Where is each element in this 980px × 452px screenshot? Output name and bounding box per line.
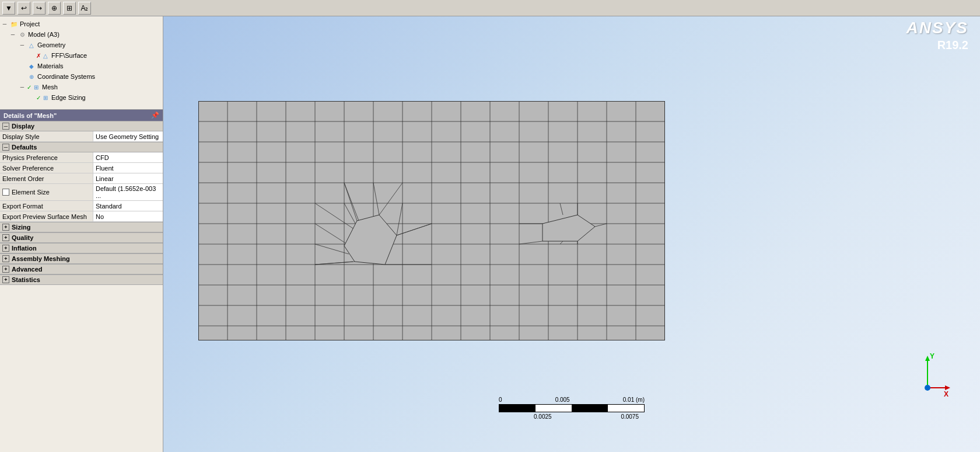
tree-item-mesh[interactable]: ─ ✓ ⊞ Mesh [0, 82, 163, 92]
ansys-version: R19.2 [937, 39, 968, 52]
scale-sub-labels: 0.0025 0.0075 [499, 413, 645, 420]
section-toggle-inflation[interactable]: + [2, 245, 9, 252]
toolbar-btn-5[interactable]: ⊞ [63, 2, 76, 15]
tree-label-geometry: Geometry [37, 41, 65, 48]
main-layout: ─ 📁 Project ─ ⚙ Model (A3) ─ △ Geometry … [0, 16, 980, 452]
detail-value-physics[interactable]: CFD [93, 152, 163, 162]
coord-icon: ⊕ [27, 72, 36, 81]
detail-label-solver: Solver Preference [0, 163, 93, 173]
section-sizing[interactable]: + Sizing [0, 222, 163, 232]
tree-toggle-mesh[interactable]: ─ [19, 84, 26, 91]
section-toggle-defaults[interactable]: ─ [2, 144, 9, 151]
tree-toggle-fff [28, 52, 35, 59]
section-toggle-display[interactable]: ─ [2, 123, 9, 130]
detail-value-element-size[interactable]: Default (1.5652e-003 ... [93, 184, 163, 200]
fff-x-icon: ✗ [36, 53, 41, 59]
section-toggle-sizing[interactable]: + [2, 224, 9, 231]
detail-value-element-order[interactable]: Linear [93, 173, 163, 183]
tree-item-edge-sizing[interactable]: ✓ ⊞ Edge Sizing [0, 92, 163, 103]
section-label-inflation: Inflation [12, 245, 37, 252]
scale-bar: 0 0.005 0.01 (m) 0.0025 0.0075 [499, 397, 645, 420]
materials-icon: ◆ [27, 61, 36, 71]
section-label-quality: Quality [12, 234, 33, 241]
element-size-checkbox[interactable] [2, 189, 9, 196]
tree-item-fffsurface[interactable]: ✗ △ FFF\Surface [0, 50, 163, 61]
toolbar-btn-1[interactable]: ▼ [2, 2, 15, 15]
toolbar-btn-4[interactable]: ⊕ [48, 2, 61, 15]
svg-point-56 [925, 385, 930, 391]
section-label-assembly: Assembly Meshing [12, 255, 70, 262]
detail-label-element-size: Element Size [0, 184, 93, 200]
detail-row-element-size: Element Size Default (1.5652e-003 ... [0, 184, 163, 201]
tree-label-fffsurface: FFF\Surface [51, 52, 87, 59]
tree-area: ─ 📁 Project ─ ⚙ Model (A3) ─ △ Geometry … [0, 16, 163, 110]
tree-item-geometry[interactable]: ─ △ Geometry [0, 40, 163, 50]
scale-sub-label-0075: 0.0075 [621, 413, 639, 420]
tree-item-project[interactable]: ─ 📁 Project [0, 19, 163, 29]
svg-marker-51 [925, 356, 930, 361]
section-label-advanced: Advanced [12, 266, 43, 273]
detail-row-physics: Physics Preference CFD [0, 152, 163, 163]
section-toggle-advanced[interactable]: + [2, 266, 9, 273]
viewport[interactable]: ANSYS R19.2 [163, 16, 980, 452]
left-panel: ─ 📁 Project ─ ⚙ Model (A3) ─ △ Geometry … [0, 16, 163, 452]
detail-row-display-style: Display Style Use Geometry Setting [0, 131, 163, 142]
scale-sub-label-0025: 0.0025 [534, 413, 552, 420]
detail-label-display-style: Display Style [0, 131, 93, 141]
section-advanced[interactable]: + Advanced [0, 264, 163, 274]
detail-value-solver[interactable]: Fluent [93, 163, 163, 173]
fff-surface-icon: △ [41, 51, 50, 60]
scale-label-0: 0 [499, 397, 502, 403]
toolbar: ▼ ↩ ↪ ⊕ ⊞ A₂ [0, 0, 980, 16]
geometry-icon: △ [27, 40, 36, 50]
scale-labels-top: 0 0.005 0.01 (m) [499, 397, 645, 403]
section-toggle-statistics[interactable]: + [2, 276, 9, 283]
scale-seg-3 [572, 405, 608, 412]
scale-label-005: 0.005 [555, 397, 570, 403]
detail-value-export-preview[interactable]: No [93, 211, 163, 221]
scale-seg-1 [499, 405, 536, 412]
detail-label-physics: Physics Preference [0, 152, 93, 162]
toolbar-btn-6[interactable]: A₂ [78, 2, 91, 15]
detail-value-display-style[interactable]: Use Geometry Setting [93, 131, 163, 141]
toolbar-btn-2[interactable]: ↩ [18, 2, 30, 15]
tree-label-coordsystems: Coordinate Systems [37, 73, 95, 80]
tree-label-project: Project [20, 20, 40, 27]
section-assembly-meshing[interactable]: + Assembly Meshing [0, 253, 163, 264]
detail-row-export-format: Export Format Standard [0, 201, 163, 211]
details-panel: Details of "Mesh" 📌 ─ Display Display St… [0, 110, 163, 452]
tree-toggle-model[interactable]: ─ [9, 31, 16, 38]
detail-row-export-preview: Export Preview Surface Mesh No [0, 211, 163, 222]
scale-bar-graphic [499, 404, 645, 412]
tree-toggle-geometry[interactable]: ─ [19, 41, 26, 48]
detail-row-solver: Solver Preference Fluent [0, 163, 163, 173]
section-defaults[interactable]: ─ Defaults [0, 142, 163, 152]
axis-svg: Y X [904, 353, 951, 399]
tree-item-model[interactable]: ─ ⚙ Model (A3) [0, 29, 163, 40]
section-toggle-assembly[interactable]: + [2, 255, 9, 262]
section-inflation[interactable]: + Inflation [0, 243, 163, 253]
mesh-area[interactable] [198, 101, 665, 340]
tree-toggle-coord [19, 73, 26, 80]
section-statistics[interactable]: + Statistics [0, 274, 163, 285]
section-label-defaults: Defaults [12, 144, 37, 151]
tree-label-edge-sizing: Edge Sizing [51, 94, 86, 101]
model-icon: ⚙ [18, 30, 27, 39]
mesh-icon: ⊞ [32, 82, 41, 92]
details-title: Details of "Mesh" [4, 112, 57, 119]
details-pin-icon[interactable]: 📌 [151, 112, 159, 119]
svg-text:X: X [944, 390, 949, 398]
section-quality[interactable]: + Quality [0, 232, 163, 243]
tree-toggle-edge [28, 94, 35, 101]
detail-value-export-format[interactable]: Standard [93, 201, 163, 211]
tree-toggle-project[interactable]: ─ [1, 20, 8, 27]
axis-indicator: Y X [904, 353, 951, 399]
ansys-logo: ANSYS [907, 19, 968, 37]
toolbar-btn-3[interactable]: ↪ [33, 2, 46, 15]
details-header: Details of "Mesh" 📌 [0, 110, 163, 121]
section-display[interactable]: ─ Display [0, 121, 163, 131]
section-toggle-quality[interactable]: + [2, 234, 9, 241]
tree-item-coordinate-systems[interactable]: ⊕ Coordinate Systems [0, 71, 163, 82]
tree-item-materials[interactable]: ◆ Materials [0, 61, 163, 71]
mesh-svg [198, 101, 665, 340]
